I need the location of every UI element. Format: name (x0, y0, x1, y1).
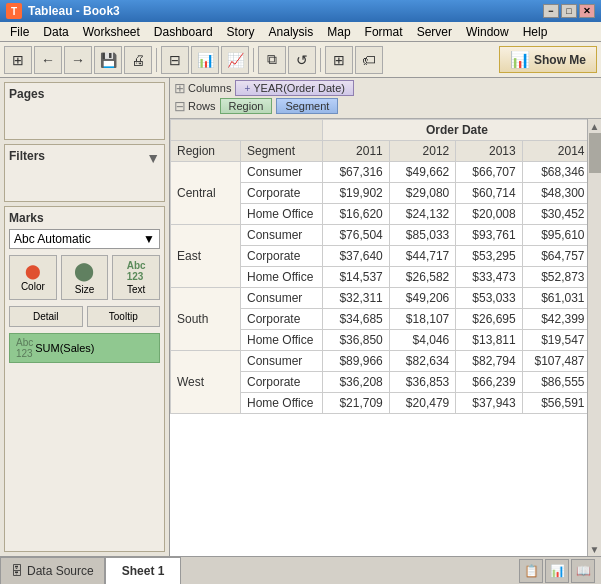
data-source-tab[interactable]: 🗄 Data Source (0, 557, 105, 585)
tooltip-label: Tooltip (109, 311, 138, 322)
new-dashboard-button[interactable]: 📊 (545, 559, 569, 583)
value-cell: $44,717 (389, 246, 455, 267)
close-button[interactable]: ✕ (579, 4, 595, 18)
marks-type-dropdown[interactable]: Abc Automatic ▼ (9, 229, 160, 249)
main-layout: Pages Filters ▼ Marks Abc Automatic ▼ ⬤ … (0, 78, 601, 556)
toolbar-refresh-button[interactable]: ↺ (288, 46, 316, 74)
color-label: Color (21, 281, 45, 292)
value-cell: $20,479 (389, 393, 455, 414)
app-icon: T (6, 3, 22, 19)
toolbar-group-button[interactable]: ⊞ (325, 46, 353, 74)
region-col-header: Region (171, 141, 241, 162)
color-button[interactable]: ⬤ Color (9, 255, 57, 300)
toolbar: ⊞ ← → 💾 🖨 ⊟ 📊 📈 ⧉ ↺ ⊞ 🏷 📊 Show Me (0, 42, 601, 78)
value-cell: $53,295 (456, 246, 522, 267)
toolbar-print-button[interactable]: 🖨 (124, 46, 152, 74)
table-area[interactable]: Order Date Region Segment 2011 2012 2013… (170, 119, 601, 556)
toolbar-chart2-button[interactable]: 📈 (221, 46, 249, 74)
toolbar-filter-button[interactable]: ⧉ (258, 46, 286, 74)
value-cell: $61,031 (522, 288, 591, 309)
menu-window[interactable]: Window (460, 23, 515, 41)
filters-arrow-icon[interactable]: ▼ (146, 150, 160, 166)
filters-title: Filters (9, 149, 45, 163)
menu-file[interactable]: File (4, 23, 35, 41)
barchart-icon: 📊 (510, 50, 530, 69)
size-button[interactable]: ⬤ Size (61, 255, 109, 300)
value-cell: $19,902 (323, 183, 389, 204)
value-cell: $16,620 (323, 204, 389, 225)
tooltip-button[interactable]: Tooltip (87, 306, 161, 327)
toolbar-new-button[interactable]: ⊞ (4, 46, 32, 74)
value-cell: $53,033 (456, 288, 522, 309)
window-title: Tableau - Book3 (28, 4, 120, 18)
value-cell: $56,591 (522, 393, 591, 414)
new-sheet-button[interactable]: 📋 (519, 559, 543, 583)
rows-icon: ⊟ (174, 98, 186, 114)
scroll-thumb[interactable] (589, 133, 601, 173)
value-cell: $66,707 (456, 162, 522, 183)
scroll-up-button[interactable]: ▲ (588, 119, 602, 133)
value-cell: $32,311 (323, 288, 389, 309)
sheet1-tab[interactable]: Sheet 1 (105, 557, 182, 585)
menu-dashboard[interactable]: Dashboard (148, 23, 219, 41)
scroll-down-button[interactable]: ▼ (588, 542, 602, 556)
menu-worksheet[interactable]: Worksheet (77, 23, 146, 41)
toolbar-forward-button[interactable]: → (64, 46, 92, 74)
size-label: Size (75, 284, 94, 295)
value-cell: $93,761 (456, 225, 522, 246)
show-me-label: Show Me (534, 53, 586, 67)
toolbar-back-button[interactable]: ← (34, 46, 62, 74)
segment-cell: Home Office (240, 330, 322, 351)
table-row: WestConsumer$89,966$82,634$82,794$107,48… (171, 351, 601, 372)
value-cell: $30,452 (522, 204, 591, 225)
table-row: SouthConsumer$32,311$49,206$53,033$61,03… (171, 288, 601, 309)
segment-pill[interactable]: Segment (276, 98, 338, 114)
menu-story[interactable]: Story (221, 23, 261, 41)
value-cell: $86,555 (522, 372, 591, 393)
year-2014-header: 2014 (522, 141, 591, 162)
value-cell: $60,714 (456, 183, 522, 204)
maximize-button[interactable]: □ (561, 4, 577, 18)
menu-format[interactable]: Format (359, 23, 409, 41)
value-cell: $13,811 (456, 330, 522, 351)
menu-help[interactable]: Help (517, 23, 554, 41)
sum-sales-badge[interactable]: Abc123 SUM(Sales) (9, 333, 160, 363)
menu-map[interactable]: Map (321, 23, 356, 41)
value-cell: $49,206 (389, 288, 455, 309)
segment-cell: Consumer (240, 351, 322, 372)
show-me-button[interactable]: 📊 Show Me (499, 46, 597, 73)
value-cell: $42,399 (522, 309, 591, 330)
data-source-label: Data Source (27, 564, 94, 578)
menu-data[interactable]: Data (37, 23, 74, 41)
value-cell: $89,966 (323, 351, 389, 372)
toolbar-label-button[interactable]: 🏷 (355, 46, 383, 74)
filters-panel: Filters ▼ (4, 144, 165, 202)
segment-cell: Consumer (240, 288, 322, 309)
segment-cell: Corporate (240, 246, 322, 267)
year-order-date-pill[interactable]: + YEAR(Order Date) (235, 80, 354, 96)
segment-cell: Home Office (240, 204, 322, 225)
segment-cell: Home Office (240, 267, 322, 288)
data-table: Order Date Region Segment 2011 2012 2013… (170, 119, 601, 414)
value-cell: $66,239 (456, 372, 522, 393)
text-button[interactable]: Abc123 Text (112, 255, 160, 300)
detail-label: Detail (33, 311, 59, 322)
bottom-bar: 🗄 Data Source Sheet 1 📋 📊 📖 (0, 556, 601, 584)
new-story-button[interactable]: 📖 (571, 559, 595, 583)
region-pill[interactable]: Region (220, 98, 273, 114)
toolbar-save-button[interactable]: 💾 (94, 46, 122, 74)
marks-panel: Marks Abc Automatic ▼ ⬤ Color ⬤ Size Abc… (4, 206, 165, 552)
vertical-scrollbar[interactable]: ▲ ▼ (587, 119, 601, 556)
minimize-button[interactable]: − (543, 4, 559, 18)
menu-server[interactable]: Server (411, 23, 458, 41)
segment-cell: Consumer (240, 162, 322, 183)
value-cell: $82,794 (456, 351, 522, 372)
year-2011-header: 2011 (323, 141, 389, 162)
detail-button[interactable]: Detail (9, 306, 83, 327)
toolbar-view-button[interactable]: ⊟ (161, 46, 189, 74)
menu-analysis[interactable]: Analysis (263, 23, 320, 41)
segment-cell: Corporate (240, 309, 322, 330)
region-cell: West (171, 351, 241, 414)
toolbar-chart-button[interactable]: 📊 (191, 46, 219, 74)
size-icon: ⬤ (74, 260, 94, 282)
